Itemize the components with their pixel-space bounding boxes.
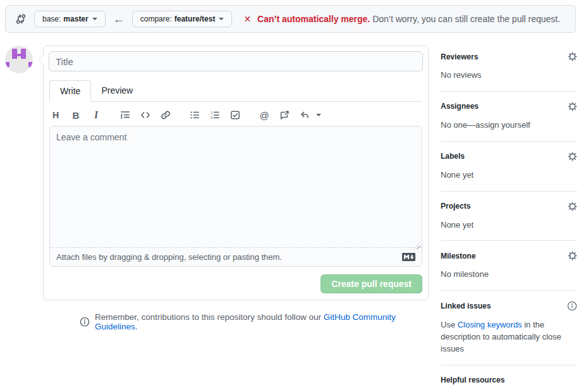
gear-icon[interactable] xyxy=(568,251,577,260)
compare-branch-selector[interactable]: compare:feature/test xyxy=(132,11,233,27)
form-actions: Create pull request xyxy=(44,267,428,300)
dropdown-caret-icon xyxy=(92,18,97,20)
attach-files-area[interactable]: Attach files by dragging & dropping, sel… xyxy=(50,248,422,266)
section-title: Assignees xyxy=(441,102,479,111)
ordered-list-icon[interactable]: 1 2 xyxy=(210,109,220,121)
comment-tab-nav: Write Preview xyxy=(49,80,422,102)
closing-keywords-link[interactable]: Closing keywords xyxy=(458,320,522,329)
attach-files-hint: Attach files by dragging & dropping, sel… xyxy=(56,252,282,262)
tab-preview[interactable]: Preview xyxy=(91,80,143,102)
section-body: No one—assign yourself xyxy=(441,119,577,132)
unordered-list-icon[interactable] xyxy=(190,109,200,121)
avatar[interactable] xyxy=(5,46,33,73)
svg-text:1: 1 xyxy=(211,111,213,114)
compare-branch-value: feature/test xyxy=(174,15,216,23)
section-body: None yet xyxy=(441,169,577,181)
create-pull-request-button[interactable]: Create pull request xyxy=(321,274,422,293)
section-title: Linked issues xyxy=(441,302,491,310)
sidebar-section-linked-issues: Linked issues Use Closing keywords in th… xyxy=(441,290,577,365)
compare-branch-label: compare: xyxy=(140,15,172,23)
sidebar-section-milestone: Milestone No milestone xyxy=(441,240,577,290)
sidebar-section-reviewers: Reviewers No reviews xyxy=(441,46,577,91)
x-icon: ✕ xyxy=(243,14,251,24)
mention-icon[interactable]: @ xyxy=(259,109,269,121)
title-input[interactable] xyxy=(49,51,423,71)
info-icon[interactable] xyxy=(567,301,577,311)
tab-write[interactable]: Write xyxy=(49,80,91,102)
sidebar-section-assignees: Assignees No one—assign yourself xyxy=(441,91,577,141)
base-branch-value: master xyxy=(63,15,88,23)
section-title: Reviewers xyxy=(441,52,478,61)
cross-reference-icon[interactable] xyxy=(279,109,290,121)
quote-icon[interactable] xyxy=(120,109,130,121)
dropdown-caret-icon xyxy=(219,18,224,20)
branch-compare-bar: base:master ← compare:feature/test ✕ Can… xyxy=(5,5,576,33)
pull-request-compose-page: base:master ← compare:feature/test ✕ Can… xyxy=(0,0,581,392)
base-branch-selector[interactable]: base:master xyxy=(34,11,106,27)
comment-textarea[interactable] xyxy=(50,126,422,248)
base-branch-label: base: xyxy=(42,15,61,23)
section-body: No reviews xyxy=(441,70,577,82)
section-title: Milestone xyxy=(441,252,475,260)
heading-icon[interactable]: H xyxy=(51,109,61,121)
sidebar-section-projects: Projects None yet xyxy=(441,191,577,241)
gear-icon[interactable] xyxy=(568,52,577,61)
section-title: Helpful resources xyxy=(441,376,505,384)
info-icon xyxy=(80,317,90,327)
task-list-icon[interactable] xyxy=(230,109,240,121)
section-body: None yet xyxy=(441,219,577,231)
sidebar-section-labels: Labels None yet xyxy=(441,141,577,191)
gear-icon[interactable] xyxy=(568,102,577,111)
pr-sidebar: Reviewers No reviews Assignees xyxy=(441,46,577,392)
saved-replies-caret-icon[interactable] xyxy=(316,114,321,116)
gear-icon[interactable] xyxy=(568,202,577,211)
git-compare-icon xyxy=(15,13,27,25)
note-text: Remember, contributions to this reposito… xyxy=(95,312,324,322)
section-title: Labels xyxy=(441,152,465,161)
merge-status-bold: Can’t automatically merge. xyxy=(257,14,370,24)
linked-issues-text: Use xyxy=(441,320,458,329)
markdown-icon[interactable] xyxy=(402,253,415,261)
code-icon[interactable] xyxy=(140,109,150,121)
svg-text:2: 2 xyxy=(211,116,213,119)
saved-replies-icon[interactable] xyxy=(300,109,310,121)
italic-icon[interactable]: I xyxy=(91,109,101,121)
comment-write-box: Attach files by dragging & dropping, sel… xyxy=(49,126,422,267)
section-title: Projects xyxy=(441,202,470,211)
merge-status-rest: Don’t worry, you can still create the pu… xyxy=(372,14,560,24)
bold-icon[interactable]: B xyxy=(71,109,81,121)
pr-form-card: Write Preview H B I xyxy=(43,46,429,300)
section-body: No milestone xyxy=(441,269,577,281)
link-icon[interactable] xyxy=(161,109,171,121)
merge-status-message: ✕ Can’t automatically merge. Don’t worry… xyxy=(243,14,560,24)
arrow-left-icon: ← xyxy=(113,13,125,25)
sidebar-section-helpful-resources: Helpful resources GitHub Community Guide… xyxy=(441,365,577,392)
gear-icon[interactable] xyxy=(568,152,577,161)
markdown-toolbar: H B I xyxy=(44,102,428,126)
contribution-note: Remember, contributions to this reposito… xyxy=(80,312,429,331)
